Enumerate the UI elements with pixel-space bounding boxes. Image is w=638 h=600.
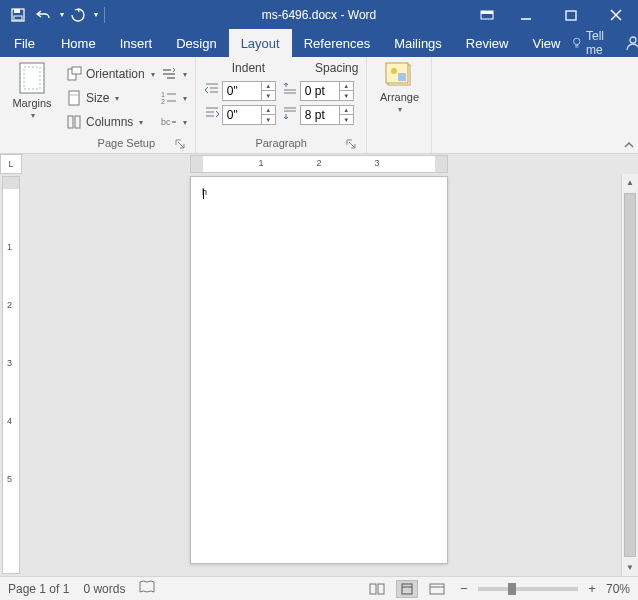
text-cursor <box>203 189 204 199</box>
spacing-after-value[interactable] <box>301 108 339 122</box>
orientation-button[interactable]: Orientation ▾ <box>66 63 155 85</box>
tab-mailings[interactable]: Mailings <box>382 29 454 57</box>
spacing-before-icon <box>282 81 298 101</box>
zoom-slider[interactable] <box>478 587 578 591</box>
spin-up[interactable]: ▲ <box>262 82 275 91</box>
quick-access-toolbar: ▾ ▾ <box>0 3 109 27</box>
svg-rect-18 <box>69 91 79 105</box>
ruler-mark: 3 <box>374 158 379 168</box>
horizontal-ruler[interactable]: 1 2 3 <box>190 155 448 173</box>
page-setup-launcher[interactable] <box>173 137 187 151</box>
zoom-in-button[interactable]: + <box>584 581 600 597</box>
spin-up[interactable]: ▲ <box>340 106 353 115</box>
vertical-scrollbar[interactable]: ▲ ▼ <box>621 174 638 576</box>
zoom-out-button[interactable]: − <box>456 581 472 597</box>
paragraph-launcher[interactable] <box>344 137 358 151</box>
undo-dropdown-icon[interactable]: ▾ <box>60 10 64 19</box>
arrange-label: Arrange <box>380 91 419 103</box>
read-mode-button[interactable] <box>366 580 388 598</box>
size-label: Size <box>86 91 109 105</box>
spin-up[interactable]: ▲ <box>262 106 275 115</box>
breaks-icon <box>161 66 177 82</box>
indent-right-input[interactable]: ▲▼ <box>222 105 276 125</box>
svg-rect-20 <box>68 116 73 128</box>
paragraph-group-label: Paragraph <box>255 137 306 149</box>
breaks-button[interactable]: ▾ <box>161 63 187 85</box>
redo-button[interactable] <box>66 3 90 27</box>
app-name: Word <box>348 8 376 22</box>
ruler-mark: 2 <box>316 158 321 168</box>
tab-view[interactable]: View <box>520 29 572 57</box>
scroll-up-button[interactable]: ▲ <box>622 174 638 191</box>
arrange-button[interactable]: Arrange ▾ <box>375 61 423 114</box>
word-count[interactable]: 0 words <box>83 582 125 596</box>
page-indicator[interactable]: Page 1 of 1 <box>8 582 69 596</box>
collapse-ribbon-button[interactable] <box>624 140 634 151</box>
indent-heading: Indent <box>232 61 265 77</box>
tab-file[interactable]: File <box>0 29 49 57</box>
person-icon <box>625 35 638 51</box>
spellcheck-button[interactable] <box>139 580 155 597</box>
hyphenation-button[interactable]: bc▾ <box>161 111 187 133</box>
spin-up[interactable]: ▲ <box>340 82 353 91</box>
scroll-down-button[interactable]: ▼ <box>622 559 638 576</box>
zoom-handle[interactable] <box>508 583 516 595</box>
svg-rect-2 <box>14 16 22 20</box>
scroll-thumb[interactable] <box>624 193 636 557</box>
spacing-before-value[interactable] <box>301 84 339 98</box>
spacing-before-input[interactable]: ▲▼ <box>300 81 354 101</box>
tab-home[interactable]: Home <box>49 29 108 57</box>
margins-button[interactable]: Margins ▾ <box>8 61 56 120</box>
tell-me-search[interactable]: Tell me <box>572 29 616 57</box>
vertical-ruler[interactable]: 1 2 3 4 5 <box>2 176 20 574</box>
zoom-value[interactable]: 70% <box>606 582 630 596</box>
window-controls <box>471 0 638 29</box>
indent-left-input[interactable]: ▲▼ <box>222 81 276 101</box>
ribbon-options-button[interactable] <box>471 0 503 29</box>
size-icon <box>66 90 82 106</box>
chevron-down-icon: ▾ <box>151 70 155 79</box>
web-layout-button[interactable] <box>426 580 448 598</box>
page[interactable] <box>190 176 448 564</box>
spin-down[interactable]: ▼ <box>340 91 353 100</box>
columns-button[interactable]: Columns ▾ <box>66 111 155 133</box>
spin-down[interactable]: ▼ <box>262 91 275 100</box>
tab-insert[interactable]: Insert <box>108 29 165 57</box>
tab-design[interactable]: Design <box>164 29 228 57</box>
svg-rect-17 <box>72 67 81 74</box>
spacing-after-icon <box>282 105 298 125</box>
svg-rect-6 <box>566 11 576 20</box>
chevron-down-icon: ▾ <box>183 118 187 127</box>
group-paragraph: Indent Spacing ▲▼ ▲▼ <box>196 57 368 153</box>
orientation-label: Orientation <box>86 67 145 81</box>
indent-right-value[interactable] <box>223 108 261 122</box>
print-layout-button[interactable] <box>396 580 418 598</box>
save-button[interactable] <box>6 3 30 27</box>
close-button[interactable] <box>593 0 638 29</box>
maximize-button[interactable] <box>548 0 593 29</box>
indent-left-value[interactable] <box>223 84 261 98</box>
margins-icon <box>16 61 48 95</box>
qat-customize-icon[interactable]: ▾ <box>94 10 98 19</box>
minimize-button[interactable] <box>503 0 548 29</box>
svg-rect-41 <box>398 73 406 81</box>
chevron-up-icon <box>624 141 634 149</box>
undo-button[interactable] <box>32 3 56 27</box>
tab-selector[interactable]: L <box>0 154 22 174</box>
svg-rect-46 <box>430 584 444 594</box>
tab-layout[interactable]: Layout <box>229 29 292 57</box>
spin-down[interactable]: ▼ <box>262 115 275 124</box>
account-button[interactable] <box>622 29 638 57</box>
line-numbers-button[interactable]: 12▾ <box>161 87 187 109</box>
size-button[interactable]: Size ▾ <box>66 87 155 109</box>
spin-down[interactable]: ▼ <box>340 115 353 124</box>
ruler-row: L 1 2 3 <box>0 154 638 174</box>
web-layout-icon <box>429 583 445 595</box>
spacing-after-input[interactable]: ▲▼ <box>300 105 354 125</box>
read-mode-icon <box>369 583 385 595</box>
vruler-mark: 2 <box>7 300 12 310</box>
document-canvas[interactable] <box>20 174 621 576</box>
line-numbers-icon: 12 <box>161 90 177 106</box>
tab-review[interactable]: Review <box>454 29 521 57</box>
tab-references[interactable]: References <box>292 29 382 57</box>
